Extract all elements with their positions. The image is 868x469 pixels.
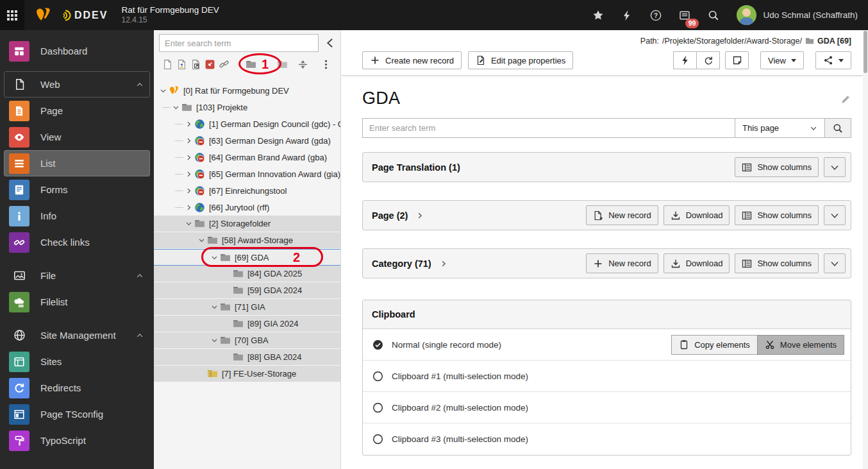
tree-node-64-german-brand-award-gba[interactable]: [64] German Brand Award (gba) — [154, 149, 340, 166]
tool-divider-icon[interactable] — [297, 59, 308, 70]
create-new-record-button[interactable]: Create new record — [362, 51, 462, 69]
sidebar-item-site-management[interactable]: Site Management — [4, 322, 150, 348]
tree-chevron-down-icon[interactable] — [196, 235, 206, 246]
new-record-button[interactable]: New record — [586, 205, 658, 225]
clipboard-mode-label[interactable]: Clipboard #3 (multi-selection mode) — [392, 434, 528, 444]
sidebar-item-typoscript[interactable]: TypoScript — [4, 427, 150, 454]
tree-node-2-storagefolder[interactable]: [2] Storagefolder — [154, 216, 340, 232]
app-grid-button[interactable] — [0, 0, 24, 30]
clipboard-mode-label[interactable]: Clipboard #1 (multi-selection mode) — [392, 371, 528, 381]
search-icon[interactable] — [708, 10, 719, 21]
sidebar-item-redirects[interactable]: Redirects — [4, 375, 150, 401]
sidebar-item-forms[interactable]: Forms — [4, 176, 150, 203]
tree-chevron-right-icon[interactable] — [183, 152, 194, 162]
tree-node-69-gda[interactable]: [69] GDA — [154, 249, 340, 266]
section-collapse-button[interactable] — [824, 253, 846, 273]
tool-folder-alt-icon[interactable] — [277, 59, 288, 70]
tree-chevron-down-icon[interactable] — [158, 85, 168, 96]
reload-button[interactable] — [696, 51, 720, 69]
tool-kebab-icon[interactable] — [321, 59, 331, 70]
sidebar-item-check-links[interactable]: Check links — [4, 229, 150, 255]
tree-node-103-projekte[interactable]: [103] Projekte — [154, 99, 340, 115]
show-columns-button[interactable]: Show columns — [735, 205, 819, 225]
share-dropdown-button[interactable] — [815, 51, 851, 69]
copy-elements-button[interactable]: Copy elements — [671, 335, 758, 355]
tree-node-84-gda-2025[interactable]: [84] GDA 2025 — [154, 266, 340, 282]
tree-node-59-gda-2024[interactable]: [59] GDA 2024 — [154, 282, 340, 299]
edit-page-properties-button[interactable]: Edit page properties — [468, 51, 573, 69]
tool-page-shortcut-icon[interactable] — [190, 59, 201, 70]
sidebar-item-web[interactable]: Web — [4, 71, 150, 98]
tree-chevron-right-icon[interactable] — [183, 202, 194, 212]
clipboard-mode-label[interactable]: Clipboard #2 (multi-selection mode) — [392, 403, 528, 413]
sidebar-item-page-tsconfig[interactable]: Page TSconfig — [4, 401, 150, 427]
tree-node-88-gba-2024[interactable]: [88] GBA 2024 — [154, 349, 340, 366]
tree-search-input[interactable] — [159, 34, 319, 52]
section-collapse-button[interactable] — [824, 205, 846, 225]
opendocs-button[interactable]: 99 — [679, 10, 690, 21]
tree-chevron-right-icon[interactable] — [183, 169, 194, 179]
tree-node-0-rat-f-r-formgebung-dev[interactable]: [0] Rat für Formgebung DEV — [154, 82, 340, 99]
tree-node-65-german-innovation-award-gia[interactable]: [65] German Innovation Award (gia) — [154, 166, 340, 182]
clipboard-mode-label[interactable]: Normal (single record mode) — [392, 340, 501, 350]
tree-node-66-jurytool-rff[interactable]: [66] Jurytool (rff) — [154, 199, 340, 216]
tree-node-1-german-design-council-gdc-corpor[interactable]: [1] German Design Council (gdc) - Corpor — [154, 115, 340, 132]
tree-node-7-fe-user-storage[interactable]: [7] FE-User-Storage — [154, 366, 340, 382]
record-search-input[interactable] — [362, 118, 735, 138]
tree-node-58-award-storage[interactable]: [58] Award-Storage — [154, 232, 340, 249]
show-columns-button[interactable]: Show columns — [735, 157, 819, 177]
collapse-tree-icon[interactable] — [324, 37, 337, 49]
tool-folder-icon[interactable] — [246, 59, 256, 70]
section-title[interactable]: Category (71) — [372, 259, 431, 269]
sidebar-item-sites[interactable]: Sites — [4, 348, 150, 375]
section-expand-icon[interactable] — [416, 212, 424, 219]
sidebar-item-dashboard[interactable]: Dashboard — [4, 38, 150, 64]
tree-node-70-gba[interactable]: [70] GBA — [154, 332, 340, 349]
section-collapse-button[interactable] — [824, 157, 846, 177]
show-columns-button[interactable]: Show columns — [735, 253, 819, 273]
tree-node-89-gia-2024[interactable]: [89] GIA 2024 — [154, 316, 340, 332]
tree-node-71-gia[interactable]: [71] GIA — [154, 299, 340, 316]
new-record-button[interactable]: New record — [586, 253, 658, 273]
sidebar-item-info[interactable]: Info — [4, 203, 150, 229]
flush-cache-button[interactable] — [673, 51, 697, 69]
search-submit-button[interactable] — [825, 118, 851, 138]
flush-cache-icon[interactable] — [621, 10, 633, 21]
bookmark-icon[interactable] — [592, 10, 604, 21]
sidebar-item-view[interactable]: View — [4, 124, 150, 150]
edit-title-icon[interactable] — [840, 94, 851, 105]
tool-link-icon[interactable] — [219, 59, 230, 70]
tree-chevron-down-icon[interactable] — [209, 336, 219, 346]
tree-chevron-right-icon[interactable] — [183, 185, 194, 196]
move-elements-button[interactable]: Move elements — [757, 335, 844, 355]
section-title[interactable]: Page Translation (1) — [372, 162, 460, 173]
tool-page-new-icon[interactable] — [162, 59, 173, 70]
sidebar-item-page[interactable]: Page — [4, 98, 150, 124]
tree-chevron-down-icon[interactable] — [171, 102, 181, 112]
view-dropdown-button[interactable]: View — [760, 51, 804, 69]
sidebar-item-list[interactable]: List — [4, 150, 150, 176]
tree-node-67-einreichungstool[interactable]: [67] Einreichungstool — [154, 182, 340, 199]
internal-note-button[interactable] — [725, 51, 749, 69]
download-button[interactable]: Download — [664, 253, 730, 273]
tree-chevron-down-icon[interactable] — [183, 219, 194, 229]
sidebar-item-filelist[interactable]: Filelist — [4, 289, 150, 315]
section-title[interactable]: Page (2) — [372, 210, 408, 221]
radio-unchecked-icon[interactable] — [372, 402, 383, 413]
tree-chevron-down-icon[interactable] — [209, 302, 219, 312]
user-menu[interactable]: Udo Schmal (Schaffrath) — [737, 5, 858, 25]
tool-page-link-red-icon[interactable] — [204, 59, 215, 70]
sidebar-item-file[interactable]: File — [4, 262, 150, 289]
tool-page-user-icon[interactable] — [176, 59, 187, 70]
scrollbar-thumb[interactable] — [864, 31, 867, 73]
download-button[interactable]: Download — [664, 205, 730, 225]
section-expand-icon[interactable] — [440, 260, 447, 268]
radio-unchecked-icon[interactable] — [372, 434, 383, 445]
tree-chevron-right-icon[interactable] — [183, 135, 194, 146]
help-icon[interactable]: ? — [650, 10, 662, 21]
search-scope-select[interactable]: This page — [735, 118, 825, 138]
tree-chevron-down-icon[interactable] — [209, 252, 219, 262]
radio-checked-icon[interactable] — [372, 339, 383, 350]
tree-node-63-german-design-award-gda[interactable]: [63] German Design Award (gda) — [154, 132, 340, 149]
radio-unchecked-icon[interactable] — [372, 371, 383, 382]
